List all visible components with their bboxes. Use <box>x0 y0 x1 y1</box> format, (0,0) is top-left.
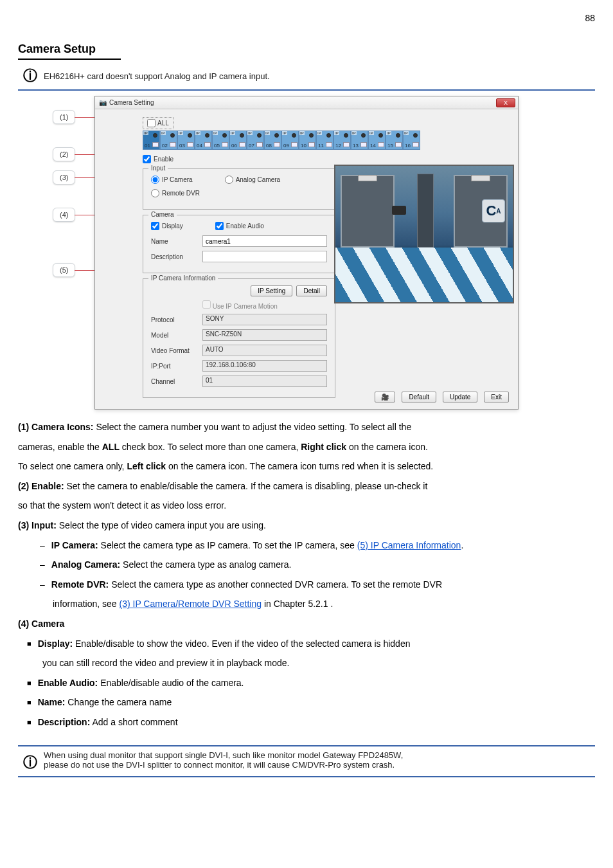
p10e: . <box>330 599 333 609</box>
enable-text: Enable <box>154 156 173 163</box>
detail-button[interactable]: Detail <box>296 285 327 296</box>
ip-camera-info-group: IP Camera Information IP Setting Detail … <box>143 278 335 398</box>
model-label: Model <box>151 332 202 339</box>
p10a: information, see <box>53 599 120 609</box>
top-info-bar: ⓘ EH6216H+ card doesn't support Analog a… <box>18 64 595 91</box>
p2a: cameras, enable the <box>18 442 102 452</box>
callout-2: (2) <box>53 147 75 161</box>
camera-tile-15[interactable]: IP15 <box>386 131 403 150</box>
all-label: ALL <box>157 120 169 127</box>
ipport-label: IP:Port <box>151 363 202 370</box>
link-ip-camera-info[interactable]: (5) IP Camera Information <box>357 540 461 550</box>
display-checkbox-input[interactable] <box>151 222 159 230</box>
description-input[interactable] <box>202 251 327 262</box>
p10d: Chapter 5.2.1 <box>274 599 328 609</box>
item2-num: (2) <box>18 481 29 491</box>
all-checkbox[interactable] <box>147 119 155 127</box>
camera-tile-04[interactable]: IP04 <box>195 131 212 150</box>
dialog-screenshot: (1) (2) (3) (4) (5) 📷 Camera Setting X A… <box>82 96 531 411</box>
dialog-body: ALL IP01 IP02 IP03 IP04 IP05 IP06 IP07 I… <box>95 109 518 406</box>
footer-note-line2: please do not use the DVI-I splitter to … <box>44 760 403 770</box>
radio-remote-dvr-input[interactable] <box>151 189 159 197</box>
protocol-value: SONY <box>202 314 327 325</box>
name-input[interactable] <box>202 235 327 247</box>
camera-tile-13[interactable]: IP13 <box>351 131 368 150</box>
sq-enable-audio-text: Enable/disable audio of the camera. <box>100 678 244 688</box>
radio-ip-camera-input[interactable] <box>151 176 159 184</box>
camera-tile-08[interactable]: IP08 <box>264 131 281 150</box>
update-button[interactable]: Update <box>443 392 477 402</box>
sq-description: Description: <box>38 717 91 727</box>
camera-tile-12[interactable]: IP12 <box>333 131 351 150</box>
link-ipcam-remote-setting[interactable]: (3) IP Camera/Remote DVR Setting <box>120 599 262 609</box>
bullet-analog: Analog Camera: <box>51 559 120 570</box>
use-ip-motion-input <box>202 300 211 309</box>
default-button[interactable]: Default <box>402 392 436 402</box>
radio-ip-camera[interactable]: IP Camera <box>151 176 193 184</box>
top-note-text: EH6216H+ card doesn't support Analog and… <box>44 71 270 81</box>
bullet-remote: Remote DVR: <box>51 579 109 590</box>
page-number: 88 <box>18 13 595 23</box>
camera-tile-16[interactable]: IP16 <box>403 131 420 150</box>
camera-config-button[interactable]: 🎥 <box>375 392 395 402</box>
p2-rightclick: Right click <box>301 442 346 452</box>
info-icon: ⓘ <box>23 750 37 772</box>
display-checkbox[interactable]: Display <box>151 222 183 230</box>
enable-audio-checkbox-input[interactable] <box>215 222 224 230</box>
camera-tile-10[interactable]: IP10 <box>299 131 316 150</box>
dialog-bottom-buttons: 🎥 Default Update Exit <box>375 392 509 402</box>
section-title: Camera Setup <box>18 42 121 60</box>
camera-tile-07[interactable]: IP07 <box>247 131 264 150</box>
radio-analog-camera[interactable]: Analog Camera <box>225 176 280 184</box>
callout-4: (4) <box>53 208 75 222</box>
ip-setting-button[interactable]: IP Setting <box>251 285 292 296</box>
sq-enable-audio: Enable Audio: <box>38 678 98 688</box>
use-ip-motion-checkbox[interactable]: Use IP Camera Motion <box>202 300 278 310</box>
item4-num: (4) <box>18 619 29 629</box>
item1-num: (1) <box>18 422 29 432</box>
sq-name-text: Change the camera name <box>67 697 172 707</box>
bullet-analog-text: Select the camera type as analog camera. <box>123 559 291 570</box>
item4-label: Camera <box>31 619 64 629</box>
camera-tile-02[interactable]: IP02 <box>160 131 177 150</box>
info-icon: ⓘ <box>23 66 37 86</box>
bullet-ipcam-text: Select the camera type as IP camera. To … <box>101 540 357 550</box>
ipport-value: 192.168.0.106:80 <box>202 360 327 372</box>
enable-checkbox[interactable] <box>143 155 151 163</box>
p3a: To select one camera only, <box>18 461 127 471</box>
preview-pane: CA <box>334 165 514 303</box>
camera-tile-05[interactable]: IP05 <box>212 131 229 150</box>
dialog-title-text: Camera Setting <box>109 99 154 106</box>
exit-button[interactable]: Exit <box>484 392 509 402</box>
enable-audio-checkbox[interactable]: Enable Audio <box>215 222 264 230</box>
camera-tile-row: IP01 IP02 IP03 IP04 IP05 IP06 IP07 IP08 … <box>143 131 509 150</box>
footer-note-line1: When using dual monitor that support sin… <box>44 750 403 760</box>
description-label: Description <box>151 253 202 260</box>
camera-tile-14[interactable]: IP14 <box>368 131 386 150</box>
camera-overlay-badge: CA <box>482 199 505 222</box>
p5: so that the system won't detect it as vi… <box>18 497 595 514</box>
enable-checkbox-label[interactable]: Enable <box>143 155 173 163</box>
model-value: SNC-RZ50N <box>202 329 327 341</box>
dialog-titlebar: 📷 Camera Setting X <box>95 96 518 109</box>
radio-remote-dvr[interactable]: Remote DVR <box>151 189 200 197</box>
all-checkbox-wrap[interactable]: ALL <box>143 117 173 129</box>
camera-tile-06[interactable]: IP06 <box>229 131 247 150</box>
camera-tile-11[interactable]: IP11 <box>316 131 333 150</box>
camera-tile-09[interactable]: IP09 <box>281 131 299 150</box>
camera-setting-dialog: 📷 Camera Setting X ALL IP01 IP02 IP03 IP… <box>94 96 519 410</box>
callout-3: (3) <box>53 170 75 185</box>
camera-tile-03[interactable]: IP03 <box>177 131 195 150</box>
item3-text: Select the type of video camera input yo… <box>59 520 266 530</box>
item1-label: Camera Icons: <box>31 422 93 432</box>
camera-tile-01[interactable]: IP01 <box>143 131 160 150</box>
radio-analog-camera-input[interactable] <box>225 176 233 184</box>
callout-1: (1) <box>53 110 75 124</box>
p13: you can still record the video and previ… <box>42 655 595 672</box>
p3c: on the camera icon. The camera icon turn… <box>168 461 433 471</box>
footer-info-bar: ⓘ When using dual monitor that support s… <box>18 746 595 777</box>
dialog-camera-icon: 📷 <box>99 99 107 106</box>
input-group: Input IP Camera Analog Camera Remote DVR <box>143 168 335 210</box>
item1-text: Select the camera number you want to adj… <box>96 422 411 432</box>
close-button[interactable]: X <box>496 98 515 107</box>
